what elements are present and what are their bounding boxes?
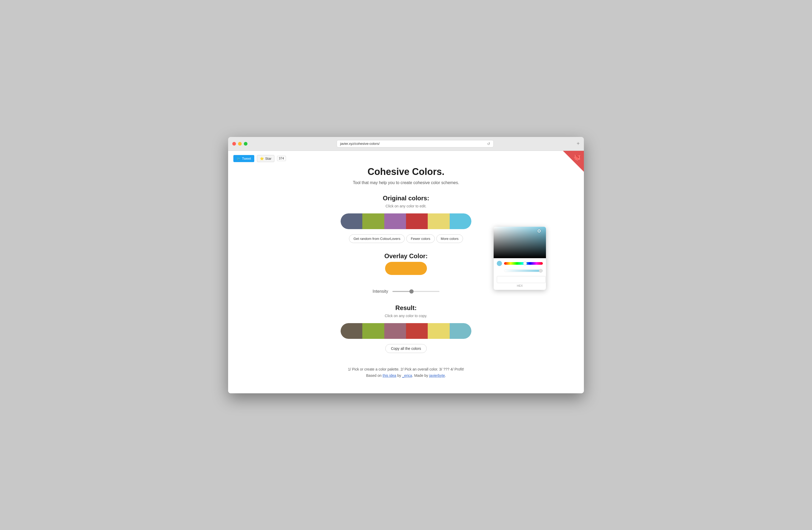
github-star-button[interactable]: ⭐ Star xyxy=(257,155,274,162)
copy-all-button[interactable]: Copy all the colors xyxy=(385,344,426,353)
original-color-strip xyxy=(340,213,472,229)
star-label: Star xyxy=(265,157,272,161)
original-colors-subtitle: Click on any color to edit. xyxy=(238,204,574,208)
page-subtitle: Tool that may help you to create cohesiv… xyxy=(238,180,574,185)
browser-titlebar: javier.xyz/cohesive-colors/ ↺ + xyxy=(228,137,584,151)
browser-content: 🐙 🐦 Tweet ⭐ Star 374 Cohesive Colors. To… xyxy=(228,151,584,393)
this-idea-link[interactable]: this idea xyxy=(383,373,396,378)
footer-section: 1/ Pick or create a color palette. 2/ Pi… xyxy=(238,367,574,378)
url-bar[interactable]: javier.xyz/cohesive-colors/ ↺ xyxy=(337,140,494,148)
star-count: 374 xyxy=(277,156,286,161)
result-swatch-2[interactable] xyxy=(362,323,384,339)
picker-alpha-row xyxy=(497,268,543,274)
result-swatch-3[interactable] xyxy=(384,323,406,339)
minimize-button[interactable] xyxy=(238,142,242,145)
picker-alpha-slider[interactable] xyxy=(504,269,543,272)
original-swatch-1[interactable] xyxy=(340,213,362,229)
browser-window: javier.xyz/cohesive-colors/ ↺ + 🐙 🐦 Twee… xyxy=(228,137,584,393)
picker-format-label[interactable]: HEX xyxy=(497,284,543,287)
result-swatch-4[interactable] xyxy=(406,323,428,339)
erica-link[interactable]: _erica xyxy=(402,373,412,378)
twitter-icon: 🐦 xyxy=(236,157,241,161)
tweet-button[interactable]: 🐦 Tweet xyxy=(233,155,254,162)
original-swatch-6[interactable] xyxy=(450,213,472,229)
picker-hex-row: #7CCCE5 ▲ ▼ xyxy=(497,276,543,283)
get-random-button[interactable]: Get random from ColourLovers xyxy=(349,234,405,243)
close-button[interactable] xyxy=(232,142,236,145)
result-swatch-1[interactable] xyxy=(340,323,362,339)
javierbyte-link[interactable]: javierbyte xyxy=(429,373,445,378)
more-colors-button[interactable]: More colors xyxy=(436,234,463,243)
result-subtitle: Click on any color to copy. xyxy=(238,314,574,318)
picker-gradient[interactable] xyxy=(494,227,546,258)
original-swatch-2[interactable] xyxy=(362,213,384,229)
result-title: Result: xyxy=(238,304,574,311)
traffic-lights xyxy=(232,142,247,145)
picker-cursor xyxy=(538,229,541,233)
github-corner-bg xyxy=(563,151,584,172)
result-color-strip xyxy=(340,323,472,339)
original-swatch-5[interactable] xyxy=(428,213,449,229)
refresh-icon[interactable]: ↺ xyxy=(487,142,490,146)
tweet-label: Tweet xyxy=(242,157,251,161)
footer-steps: 1/ Pick or create a color palette. 2/ Pi… xyxy=(238,367,574,371)
github-mark-icon: ⭐ xyxy=(260,157,264,161)
github-corner[interactable]: 🐙 xyxy=(563,151,584,172)
url-text: javier.xyz/cohesive-colors/ xyxy=(340,142,380,145)
original-colors-title: Original colors: xyxy=(238,195,574,202)
picker-alpha-spacer xyxy=(497,268,502,274)
intensity-label: Intensity xyxy=(373,289,388,294)
maximize-button[interactable] xyxy=(244,142,247,145)
new-tab-button[interactable]: + xyxy=(577,141,580,147)
page-title: Cohesive Colors. xyxy=(238,166,574,177)
original-swatch-3[interactable] xyxy=(384,213,406,229)
result-swatch-6[interactable] xyxy=(450,323,472,339)
color-picker-popup: #7CCCE5 ▲ ▼ HEX xyxy=(494,227,546,290)
picker-hue-slider[interactable] xyxy=(504,262,543,265)
original-swatch-4[interactable] xyxy=(406,213,428,229)
overlay-color-button[interactable] xyxy=(385,262,427,275)
picker-hex-input[interactable]: #7CCCE5 xyxy=(497,276,546,283)
intensity-slider[interactable] xyxy=(392,291,439,292)
result-color-palette xyxy=(238,323,574,339)
github-icon: 🐙 xyxy=(574,154,581,161)
fewer-colors-button[interactable]: Fewer colors xyxy=(406,234,435,243)
picker-controls: #7CCCE5 ▲ ▼ HEX xyxy=(494,258,546,290)
picker-preview-dot xyxy=(497,261,502,266)
picker-hue-row xyxy=(497,261,543,266)
footer-credits: Based on this idea by _erica. Made by ja… xyxy=(238,373,574,378)
result-swatch-5[interactable] xyxy=(428,323,449,339)
top-buttons-row: 🐦 Tweet ⭐ Star 374 xyxy=(228,151,584,166)
result-section: Result: Click on any color to copy. Copy… xyxy=(238,304,574,361)
